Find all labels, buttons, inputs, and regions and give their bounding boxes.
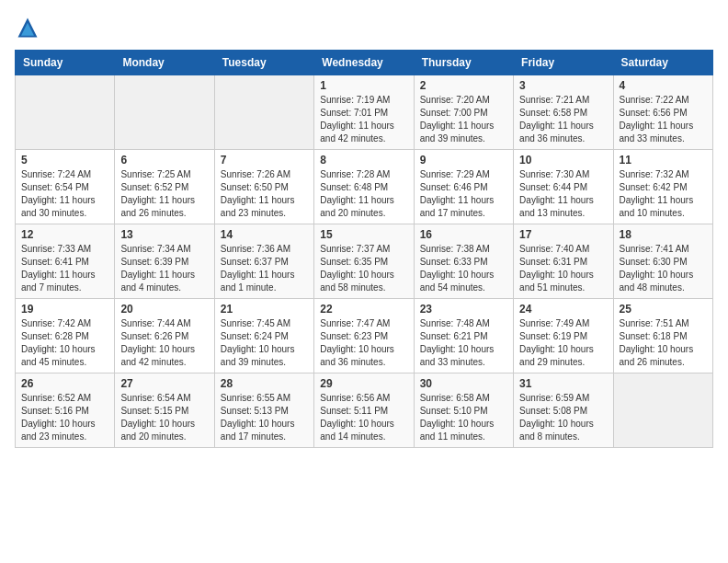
day-info: Sunrise: 6:52 AM Sunset: 5:16 PM Dayligh… bbox=[21, 392, 108, 443]
day-number: 8 bbox=[320, 154, 407, 167]
day-number: 1 bbox=[320, 79, 407, 92]
calendar-cell: 7Sunrise: 7:26 AM Sunset: 6:50 PM Daylig… bbox=[214, 150, 313, 224]
calendar-cell: 26Sunrise: 6:52 AM Sunset: 5:16 PM Dayli… bbox=[16, 373, 115, 448]
day-number: 21 bbox=[221, 303, 308, 316]
day-number: 14 bbox=[221, 228, 308, 241]
day-info: Sunrise: 7:40 AM Sunset: 6:31 PM Dayligh… bbox=[519, 243, 607, 294]
day-info: Sunrise: 7:41 AM Sunset: 6:30 PM Dayligh… bbox=[620, 243, 707, 294]
weekday-header-monday: Monday bbox=[115, 51, 214, 75]
day-info: Sunrise: 7:26 AM Sunset: 6:50 PM Dayligh… bbox=[221, 168, 308, 220]
day-number: 17 bbox=[519, 228, 607, 241]
day-info: Sunrise: 7:19 AM Sunset: 7:01 PM Dayligh… bbox=[320, 94, 407, 145]
day-number: 3 bbox=[519, 79, 607, 92]
calendar-cell bbox=[115, 75, 214, 150]
logo-icon bbox=[15, 15, 40, 40]
day-number: 27 bbox=[120, 377, 208, 390]
calendar-cell: 17Sunrise: 7:40 AM Sunset: 6:31 PM Dayli… bbox=[514, 224, 613, 299]
day-info: Sunrise: 7:51 AM Sunset: 6:18 PM Dayligh… bbox=[620, 317, 707, 369]
day-info: Sunrise: 6:54 AM Sunset: 5:15 PM Dayligh… bbox=[120, 392, 208, 443]
day-number: 18 bbox=[620, 228, 707, 241]
day-number: 12 bbox=[21, 228, 108, 241]
weekday-header-sunday: Sunday bbox=[16, 51, 115, 75]
day-info: Sunrise: 7:49 AM Sunset: 6:19 PM Dayligh… bbox=[519, 317, 607, 369]
day-number: 9 bbox=[420, 154, 507, 167]
calendar-cell: 25Sunrise: 7:51 AM Sunset: 6:18 PM Dayli… bbox=[613, 299, 712, 373]
calendar-cell: 24Sunrise: 7:49 AM Sunset: 6:19 PM Dayli… bbox=[514, 299, 613, 373]
calendar-table: SundayMondayTuesdayWednesdayThursdayFrid… bbox=[15, 50, 713, 448]
day-info: Sunrise: 7:38 AM Sunset: 6:33 PM Dayligh… bbox=[420, 243, 507, 294]
calendar-cell: 2Sunrise: 7:20 AM Sunset: 7:00 PM Daylig… bbox=[414, 75, 513, 150]
page-header bbox=[15, 15, 713, 40]
calendar-cell: 4Sunrise: 7:22 AM Sunset: 6:56 PM Daylig… bbox=[613, 75, 712, 150]
weekday-header-saturday: Saturday bbox=[613, 51, 712, 75]
calendar-cell: 9Sunrise: 7:29 AM Sunset: 6:46 PM Daylig… bbox=[414, 150, 513, 224]
day-number: 30 bbox=[420, 377, 507, 390]
day-info: Sunrise: 7:21 AM Sunset: 6:58 PM Dayligh… bbox=[519, 94, 607, 145]
day-number: 2 bbox=[420, 79, 507, 92]
day-number: 6 bbox=[120, 154, 208, 167]
day-info: Sunrise: 7:32 AM Sunset: 6:42 PM Dayligh… bbox=[620, 168, 707, 220]
calendar-cell: 6Sunrise: 7:25 AM Sunset: 6:52 PM Daylig… bbox=[115, 150, 214, 224]
day-number: 22 bbox=[320, 303, 407, 316]
day-number: 31 bbox=[519, 377, 607, 390]
day-info: Sunrise: 7:42 AM Sunset: 6:28 PM Dayligh… bbox=[21, 317, 108, 369]
day-info: Sunrise: 7:29 AM Sunset: 6:46 PM Dayligh… bbox=[420, 168, 507, 220]
day-info: Sunrise: 6:59 AM Sunset: 5:08 PM Dayligh… bbox=[519, 392, 607, 443]
day-info: Sunrise: 7:25 AM Sunset: 6:52 PM Dayligh… bbox=[120, 168, 208, 220]
calendar-cell: 29Sunrise: 6:56 AM Sunset: 5:11 PM Dayli… bbox=[314, 373, 414, 448]
day-number: 5 bbox=[21, 154, 108, 167]
day-number: 16 bbox=[420, 228, 507, 241]
calendar-cell: 30Sunrise: 6:58 AM Sunset: 5:10 PM Dayli… bbox=[414, 373, 513, 448]
day-number: 13 bbox=[120, 228, 208, 241]
calendar-cell: 22Sunrise: 7:47 AM Sunset: 6:23 PM Dayli… bbox=[314, 299, 414, 373]
week-row-2: 5Sunrise: 7:24 AM Sunset: 6:54 PM Daylig… bbox=[16, 150, 713, 224]
week-row-5: 26Sunrise: 6:52 AM Sunset: 5:16 PM Dayli… bbox=[16, 373, 713, 448]
calendar-cell: 19Sunrise: 7:42 AM Sunset: 6:28 PM Dayli… bbox=[16, 299, 115, 373]
calendar-cell bbox=[613, 373, 712, 448]
day-number: 15 bbox=[320, 228, 407, 241]
day-info: Sunrise: 7:28 AM Sunset: 6:48 PM Dayligh… bbox=[320, 168, 407, 220]
calendar-cell: 8Sunrise: 7:28 AM Sunset: 6:48 PM Daylig… bbox=[314, 150, 414, 224]
day-number: 11 bbox=[620, 154, 707, 167]
day-info: Sunrise: 7:45 AM Sunset: 6:24 PM Dayligh… bbox=[221, 317, 308, 369]
day-number: 29 bbox=[320, 377, 407, 390]
calendar-cell: 21Sunrise: 7:45 AM Sunset: 6:24 PM Dayli… bbox=[214, 299, 313, 373]
day-number: 7 bbox=[221, 154, 308, 167]
calendar-cell: 14Sunrise: 7:36 AM Sunset: 6:37 PM Dayli… bbox=[214, 224, 313, 299]
day-number: 20 bbox=[120, 303, 208, 316]
week-row-1: 1Sunrise: 7:19 AM Sunset: 7:01 PM Daylig… bbox=[16, 75, 713, 150]
calendar-cell: 13Sunrise: 7:34 AM Sunset: 6:39 PM Dayli… bbox=[115, 224, 214, 299]
day-number: 28 bbox=[221, 377, 308, 390]
calendar-cell: 15Sunrise: 7:37 AM Sunset: 6:35 PM Dayli… bbox=[314, 224, 414, 299]
calendar-cell: 18Sunrise: 7:41 AM Sunset: 6:30 PM Dayli… bbox=[613, 224, 712, 299]
day-info: Sunrise: 7:33 AM Sunset: 6:41 PM Dayligh… bbox=[21, 243, 108, 294]
day-info: Sunrise: 7:44 AM Sunset: 6:26 PM Dayligh… bbox=[120, 317, 208, 369]
calendar-cell: 27Sunrise: 6:54 AM Sunset: 5:15 PM Dayli… bbox=[115, 373, 214, 448]
weekday-header-friday: Friday bbox=[514, 51, 613, 75]
calendar-cell: 3Sunrise: 7:21 AM Sunset: 6:58 PM Daylig… bbox=[514, 75, 613, 150]
day-number: 10 bbox=[519, 154, 607, 167]
weekday-header-tuesday: Tuesday bbox=[214, 51, 313, 75]
calendar-cell: 23Sunrise: 7:48 AM Sunset: 6:21 PM Dayli… bbox=[414, 299, 513, 373]
calendar-cell: 1Sunrise: 7:19 AM Sunset: 7:01 PM Daylig… bbox=[314, 75, 414, 150]
day-number: 24 bbox=[519, 303, 607, 316]
day-info: Sunrise: 6:56 AM Sunset: 5:11 PM Dayligh… bbox=[320, 392, 407, 443]
day-info: Sunrise: 6:58 AM Sunset: 5:10 PM Dayligh… bbox=[420, 392, 507, 443]
calendar-cell: 12Sunrise: 7:33 AM Sunset: 6:41 PM Dayli… bbox=[16, 224, 115, 299]
day-info: Sunrise: 7:20 AM Sunset: 7:00 PM Dayligh… bbox=[420, 94, 507, 145]
day-number: 23 bbox=[420, 303, 507, 316]
weekday-header-thursday: Thursday bbox=[414, 51, 513, 75]
day-number: 26 bbox=[21, 377, 108, 390]
calendar-cell: 31Sunrise: 6:59 AM Sunset: 5:08 PM Dayli… bbox=[514, 373, 613, 448]
week-row-4: 19Sunrise: 7:42 AM Sunset: 6:28 PM Dayli… bbox=[16, 299, 713, 373]
calendar-cell: 5Sunrise: 7:24 AM Sunset: 6:54 PM Daylig… bbox=[16, 150, 115, 224]
day-info: Sunrise: 7:37 AM Sunset: 6:35 PM Dayligh… bbox=[320, 243, 407, 294]
day-info: Sunrise: 7:47 AM Sunset: 6:23 PM Dayligh… bbox=[320, 317, 407, 369]
day-info: Sunrise: 7:34 AM Sunset: 6:39 PM Dayligh… bbox=[120, 243, 208, 294]
day-number: 25 bbox=[620, 303, 707, 316]
day-number: 19 bbox=[21, 303, 108, 316]
day-info: Sunrise: 7:36 AM Sunset: 6:37 PM Dayligh… bbox=[221, 243, 308, 294]
weekday-header-row: SundayMondayTuesdayWednesdayThursdayFrid… bbox=[16, 51, 713, 75]
calendar-cell: 10Sunrise: 7:30 AM Sunset: 6:44 PM Dayli… bbox=[514, 150, 613, 224]
calendar-cell: 28Sunrise: 6:55 AM Sunset: 5:13 PM Dayli… bbox=[214, 373, 313, 448]
